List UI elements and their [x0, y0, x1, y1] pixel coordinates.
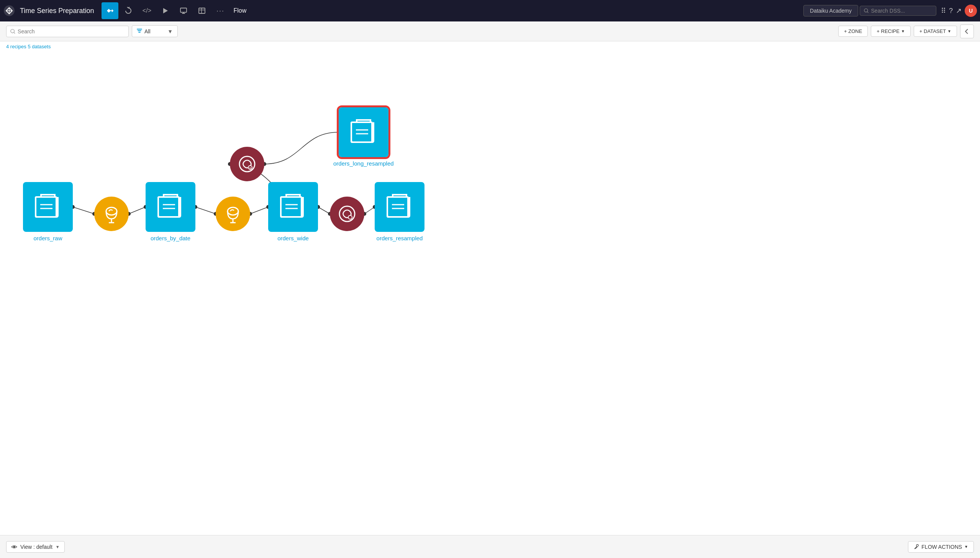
node-prepare1[interactable] — [94, 197, 129, 231]
datasets-link[interactable]: 5 datasets — [28, 44, 51, 49]
flow-connections — [0, 52, 980, 533]
resample2-icon — [330, 197, 364, 231]
wrench-icon — [914, 544, 919, 550]
svg-line-11 — [14, 32, 15, 33]
add-recipe-btn[interactable]: + RECIPE ▼ — [871, 26, 911, 37]
svg-point-49 — [339, 206, 355, 222]
node-orders-resampled[interactable]: orders_resampled — [375, 182, 424, 241]
datasets-count: 5 — [28, 44, 30, 49]
svg-point-31 — [106, 207, 117, 215]
table-nav-btn[interactable] — [193, 2, 210, 19]
flow-actions-label: FLOW ACTIONS — [921, 544, 962, 550]
node-orders-resampled-label: orders_resampled — [377, 235, 423, 241]
dataset-btn-label: + DATASET — [919, 28, 946, 34]
node-orders-by-date[interactable]: orders_by_date — [146, 182, 195, 241]
node-orders-long-resampled[interactable]: orders_long_resampled — [333, 107, 394, 167]
prepare1-icon — [94, 197, 129, 231]
filter-icon — [137, 28, 142, 34]
view-select-btn[interactable]: View : default ▼ — [6, 541, 65, 553]
top-nav: Time Series Preparation </> — [0, 0, 980, 21]
node-orders-raw[interactable]: orders_raw — [23, 182, 73, 241]
view-label: View : default — [20, 544, 52, 550]
node-orders-raw-label: orders_raw — [33, 235, 62, 241]
svg-rect-2 — [180, 8, 187, 12]
svg-rect-46 — [351, 122, 372, 142]
search-icon — [10, 29, 15, 34]
grid-icon[interactable]: ⠿ — [941, 7, 946, 15]
eye-icon — [11, 544, 17, 550]
dataset-orders-wide-icon — [268, 182, 318, 232]
node-orders-wide[interactable]: orders_wide — [268, 182, 318, 241]
code-nav-btn[interactable]: </> — [138, 2, 155, 19]
global-search-icon — [864, 8, 869, 13]
more-nav-btn[interactable]: ··· — [212, 2, 229, 19]
collapse-panel-btn[interactable] — [960, 25, 974, 38]
svg-rect-28 — [36, 197, 56, 217]
filter-arrow-icon: ▼ — [167, 28, 173, 34]
flow-label: Flow — [233, 7, 246, 14]
logo[interactable] — [3, 5, 15, 17]
node-resample1[interactable]: ⚙ — [230, 147, 264, 181]
flow-canvas[interactable]: orders_raw orders_by_date — [0, 52, 980, 533]
nav-right-icons: ⠿ ? ↗ U — [941, 5, 977, 17]
svg-point-37 — [228, 207, 238, 215]
avatar[interactable]: U — [965, 5, 977, 17]
view-select-arrow-icon: ▼ — [56, 545, 60, 549]
add-dataset-btn[interactable]: + DATASET ▼ — [914, 26, 957, 37]
node-resample2[interactable] — [330, 197, 364, 231]
recipe-arrow-icon: ▼ — [901, 29, 905, 33]
svg-point-43 — [239, 156, 255, 172]
node-prepare2[interactable] — [216, 197, 250, 231]
svg-point-10 — [11, 29, 14, 33]
svg-line-9 — [867, 12, 869, 13]
svg-point-50 — [348, 215, 352, 219]
filter-label: All — [144, 28, 151, 34]
deploy-nav-btn[interactable] — [175, 2, 192, 19]
dataset-orders-raw-icon — [23, 182, 73, 232]
dataset-arrow-icon: ▼ — [947, 29, 951, 33]
flow-search-box[interactable] — [6, 26, 129, 37]
recipes-label: recipes — [10, 44, 26, 49]
dataset-orders-by-date-icon — [146, 182, 195, 232]
toolbar: All ▼ + ZONE + RECIPE ▼ + DATASET ▼ — [0, 21, 980, 41]
dataset-orders-long-resampled-icon — [339, 107, 388, 157]
node-orders-long-resampled-label: orders_long_resampled — [333, 160, 394, 167]
flow-nav-btn[interactable] — [102, 2, 118, 19]
project-title: Time Series Preparation — [20, 7, 94, 15]
recipe-btn-label: + RECIPE — [877, 28, 900, 34]
dataiku-academy-btn[interactable]: Dataiku Academy — [803, 5, 858, 16]
svg-point-8 — [864, 9, 868, 12]
node-orders-wide-label: orders_wide — [277, 235, 309, 241]
add-zone-btn[interactable]: + ZONE — [838, 26, 868, 37]
refresh-nav-btn[interactable] — [120, 2, 137, 19]
node-orders-by-date-label: orders_by_date — [151, 235, 190, 241]
stats-bar: 4 recipes 5 datasets — [0, 41, 980, 52]
svg-rect-40 — [281, 197, 302, 217]
svg-rect-34 — [158, 197, 179, 217]
datasets-label: datasets — [32, 44, 51, 49]
global-search-input[interactable] — [871, 8, 932, 14]
dataset-orders-resampled-icon — [375, 182, 424, 232]
trending-icon[interactable]: ↗ — [956, 7, 962, 15]
global-search-box[interactable] — [860, 6, 936, 16]
recipes-link[interactable]: 4 recipes — [6, 44, 28, 49]
help-icon[interactable]: ? — [949, 7, 953, 15]
resample1-icon: ⚙ — [230, 147, 264, 181]
prepare2-icon — [216, 197, 250, 231]
recipes-count: 4 — [6, 44, 9, 49]
run-nav-btn[interactable] — [157, 2, 174, 19]
svg-rect-51 — [387, 197, 408, 217]
svg-text:⚙: ⚙ — [249, 167, 251, 169]
bottom-bar: View : default ▼ FLOW ACTIONS ▼ — [0, 535, 980, 558]
svg-rect-5 — [199, 8, 205, 13]
filter-btn[interactable]: All ▼ — [132, 25, 178, 37]
flow-actions-btn[interactable]: FLOW ACTIONS ▼ — [908, 541, 974, 553]
flow-search-input[interactable] — [18, 28, 125, 34]
svg-marker-1 — [163, 8, 168, 13]
svg-point-54 — [13, 546, 15, 548]
